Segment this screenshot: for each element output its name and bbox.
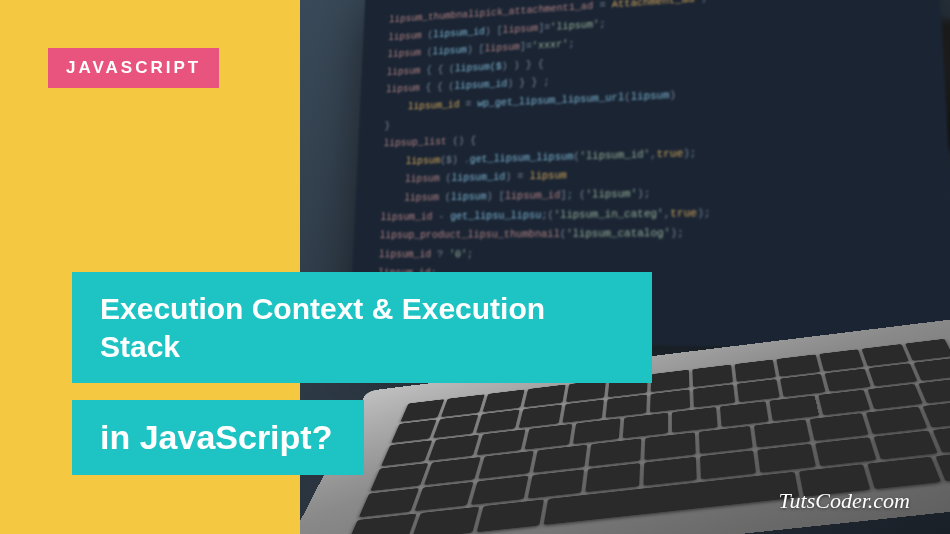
watermark-text: TutsCoder.com bbox=[779, 488, 910, 513]
title-box-primary: Execution Context & Execution Stack bbox=[72, 272, 652, 383]
category-badge: JAVASCRIPT bbox=[48, 48, 219, 88]
category-label: JAVASCRIPT bbox=[66, 58, 201, 77]
laptop-photo-area: lipsum_thumbnalipick_attachment1_ad = At… bbox=[270, 0, 950, 534]
title-text-2: in JavaScript? bbox=[100, 418, 332, 456]
title-text-1: Execution Context & Execution Stack bbox=[100, 292, 545, 363]
code-editor-content: lipsum_thumbnalipick_attachment1_ad = At… bbox=[378, 0, 922, 288]
watermark: TutsCoder.com bbox=[779, 488, 910, 514]
title-box-secondary: in JavaScript? bbox=[72, 400, 364, 475]
